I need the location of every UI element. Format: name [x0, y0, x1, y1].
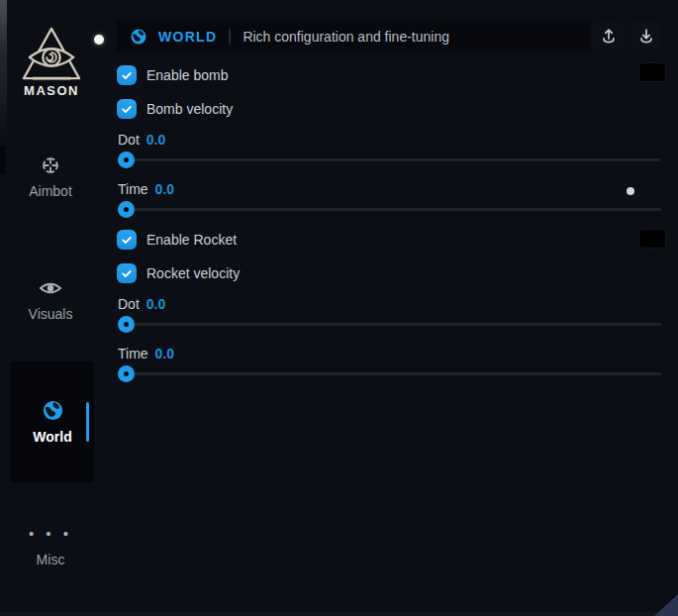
checkmark-icon [120, 233, 134, 247]
globe-icon [130, 28, 147, 46]
bomb-time-slider-label: Time0.0 [118, 181, 174, 197]
bomb-dot-slider-label: Dot0.0 [118, 132, 165, 148]
mason-menu-window: MASON Aimbot Visuals World [0, 0, 678, 616]
screen-edge-artifact [0, 0, 7, 149]
active-tab-indicator [86, 402, 89, 442]
window-bottom-edge [0, 612, 678, 616]
sidebar-item-label: Misc [37, 552, 65, 567]
page-subtitle: Rich configuration and fine-tuning [242, 29, 449, 45]
enable-rocket-checkbox[interactable] [117, 230, 137, 250]
bomb-velocity-label: Bomb velocity [146, 101, 233, 117]
globe-icon [42, 399, 64, 421]
checkmark-icon [120, 266, 134, 280]
enable-rocket-keybind-box[interactable] [638, 229, 666, 249]
bomb-velocity-checkbox[interactable] [117, 99, 137, 119]
slider-name: Time [118, 346, 148, 361]
slider-value: 0.0 [155, 181, 174, 197]
slider-thumb[interactable] [118, 365, 135, 382]
enable-bomb-checkbox[interactable] [117, 65, 137, 85]
sidebar-item-aimbot[interactable]: Aimbot [9, 154, 92, 199]
slider-thumb[interactable] [118, 316, 135, 333]
sidebar-item-world[interactable]: World [11, 361, 94, 482]
sidebar-item-label: World [33, 429, 71, 445]
rocket-velocity-label: Rocket velocity [146, 265, 240, 281]
header-divider [229, 29, 231, 45]
bomb-velocity-row: Bomb velocity [117, 99, 233, 119]
crosshair-icon [40, 154, 61, 176]
enable-bomb-label: Enable bomb [146, 67, 229, 83]
rocket-time-slider-label: Time0.0 [118, 346, 174, 361]
masonic-eye-icon [20, 26, 83, 83]
rocket-time-slider[interactable] [118, 365, 661, 382]
enable-bomb-keybind-box[interactable] [638, 62, 666, 82]
slider-track[interactable] [118, 323, 661, 326]
slider-thumb-dot [124, 207, 129, 212]
sidebar-item-label: Aimbot [29, 183, 72, 199]
screen-edge-notch [0, 147, 5, 174]
slider-track[interactable] [118, 372, 661, 375]
rocket-velocity-row: Rocket velocity [117, 263, 240, 283]
slider-thumb[interactable] [118, 201, 135, 218]
eye-icon [39, 277, 62, 299]
enable-bomb-row: Enable bomb [117, 65, 229, 85]
cursor-dot [627, 187, 634, 195]
cursor-dot [94, 35, 104, 45]
slider-thumb[interactable] [118, 152, 135, 168]
rocket-dot-slider-label: Dot0.0 [118, 296, 165, 312]
slider-value: 0.0 [155, 346, 174, 361]
bomb-time-slider[interactable] [118, 201, 661, 218]
logo-text: MASON [10, 83, 93, 98]
rocket-velocity-checkbox[interactable] [117, 263, 137, 283]
rocket-dot-slider[interactable] [118, 316, 661, 333]
page-title: WORLD [158, 29, 217, 45]
bomb-dot-slider[interactable] [118, 152, 661, 168]
upload-icon [601, 28, 617, 44]
slider-value: 0.0 [146, 296, 165, 312]
download-icon [638, 28, 654, 44]
slider-track[interactable] [118, 208, 661, 211]
page-header: WORLD Rich configuration and fine-tuning [117, 20, 591, 52]
slider-name: Time [118, 181, 148, 197]
sidebar-item-label: Visuals [29, 306, 73, 322]
sidebar-item-misc[interactable]: • • • Misc [9, 523, 92, 567]
slider-thumb-dot [124, 322, 129, 327]
slider-value: 0.0 [146, 132, 165, 148]
download-config-button[interactable] [631, 21, 661, 51]
slider-thumb-dot [124, 157, 129, 162]
checkmark-icon [120, 102, 134, 116]
checkmark-icon [120, 68, 134, 82]
slider-name: Dot [118, 132, 140, 148]
upload-config-button[interactable] [594, 21, 624, 51]
sidebar-item-visuals[interactable]: Visuals [9, 277, 92, 322]
ellipsis-icon: • • • [29, 523, 72, 545]
slider-thumb-dot [124, 371, 129, 376]
slider-name: Dot [118, 296, 140, 312]
enable-rocket-label: Enable Rocket [146, 232, 237, 248]
enable-rocket-row: Enable Rocket [117, 230, 237, 250]
slider-track[interactable] [118, 158, 661, 161]
